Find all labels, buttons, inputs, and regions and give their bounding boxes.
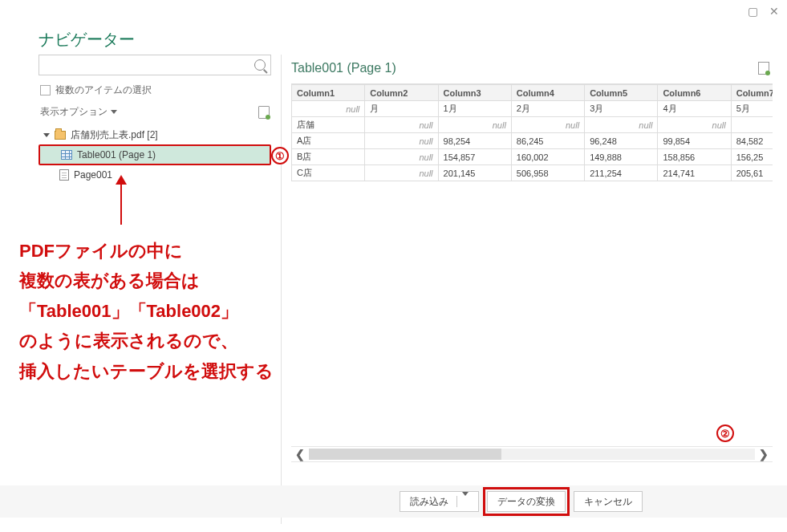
- table-cell: 158,856: [658, 149, 731, 165]
- cancel-button-label: キャンセル: [584, 495, 632, 509]
- load-button-label: 読み込み: [410, 495, 448, 509]
- close-icon[interactable]: ✕: [769, 5, 779, 18]
- table-cell: 149,888: [585, 149, 658, 165]
- table-cell: 店舗: [292, 117, 365, 133]
- transform-button-label: データの変換: [497, 495, 555, 509]
- display-options-label: 表示オプション: [40, 105, 108, 119]
- table-cell: 99,854: [658, 133, 731, 149]
- table-cell: 4月: [658, 101, 731, 117]
- table-cell: A店: [292, 133, 365, 149]
- table-cell: 154,857: [438, 149, 511, 165]
- table-cell: 1月: [438, 101, 511, 117]
- table-cell: 2月: [511, 101, 584, 117]
- table-cell: 211,254: [585, 165, 658, 181]
- tree-node-page001[interactable]: Page001: [39, 165, 271, 185]
- table-cell: 96,248: [585, 133, 658, 149]
- column-header[interactable]: Column1: [292, 85, 365, 101]
- table-cell: null: [365, 149, 438, 165]
- preview-options-icon[interactable]: [758, 62, 769, 75]
- table-icon: [61, 150, 72, 160]
- table-row[interactable]: C店null201,145506,958211,254214,741205,61: [292, 165, 773, 181]
- column-header[interactable]: Column3: [438, 85, 511, 101]
- preview-table: Column1Column2Column3Column4Column5Colum…: [291, 84, 773, 181]
- tree-node-pdf[interactable]: 店舗別売上表.pdf [2]: [39, 125, 271, 144]
- table-cell: null: [658, 117, 731, 133]
- search-input-wrap[interactable]: [39, 55, 271, 75]
- table-cell: 3月: [585, 101, 658, 117]
- scroll-left-icon[interactable]: ❮: [291, 448, 309, 461]
- column-header[interactable]: Column6: [658, 85, 731, 101]
- table-cell: null: [365, 117, 438, 133]
- scroll-right-icon[interactable]: ❯: [755, 448, 773, 461]
- table-cell: null: [365, 165, 438, 181]
- table-cell: null: [731, 117, 773, 133]
- table-cell: 86,245: [511, 133, 584, 149]
- table-cell: 156,25: [731, 149, 773, 165]
- table-cell: 月: [365, 101, 438, 117]
- column-header[interactable]: Column4: [511, 85, 584, 101]
- table-cell: 506,958: [511, 165, 584, 181]
- table-row[interactable]: 店舗nullnullnullnullnullnull: [292, 117, 773, 133]
- table-cell: 160,002: [511, 149, 584, 165]
- scroll-thumb[interactable]: [309, 449, 501, 460]
- column-header[interactable]: Column5: [585, 85, 658, 101]
- cancel-button[interactable]: キャンセル: [574, 491, 643, 512]
- table-cell: null: [511, 117, 584, 133]
- tree-node-label: Page001: [74, 169, 112, 181]
- annotation-text: PDFファイルの中に 複数の表がある場合は 「Table001」「Table00…: [19, 236, 274, 386]
- table-row[interactable]: B店null154,857160,002149,888158,856156,25: [292, 149, 773, 165]
- table-cell: 98,254: [438, 133, 511, 149]
- transform-data-button[interactable]: データの変換: [487, 491, 566, 512]
- scroll-track[interactable]: [309, 449, 755, 460]
- tree-node-table001[interactable]: Table001 (Page 1) ①: [39, 144, 271, 165]
- dialog-footer: 読み込み データの変換 キャンセル: [0, 485, 787, 518]
- multi-select-checkbox-row[interactable]: 複数のアイテムの選択: [39, 80, 271, 100]
- maximize-icon[interactable]: ▢: [748, 5, 758, 18]
- annotation-arrow: [120, 177, 122, 225]
- folder-icon: [55, 131, 66, 140]
- chevron-down-icon: [43, 133, 50, 137]
- multi-select-label: 複数のアイテムの選択: [55, 83, 152, 97]
- table-cell: 201,145: [438, 165, 511, 181]
- table-cell: null: [365, 133, 438, 149]
- table-row[interactable]: A店null98,25486,24596,24899,85484,582: [292, 133, 773, 149]
- refresh-preview-icon[interactable]: [258, 106, 270, 119]
- table-cell: null: [292, 101, 365, 117]
- table-cell: 5月: [731, 101, 773, 117]
- table-cell: B店: [292, 149, 365, 165]
- dialog-title: ナビゲーター: [39, 29, 135, 51]
- table-cell: null: [438, 117, 511, 133]
- horizontal-scrollbar[interactable]: ② ❮ ❯: [291, 446, 773, 462]
- load-button-dropdown[interactable]: [456, 496, 469, 507]
- annotation-marker-1: ①: [271, 147, 289, 164]
- column-header[interactable]: Column7: [731, 85, 773, 101]
- tree-node-label: 店舗別売上表.pdf [2]: [71, 128, 158, 142]
- preview-title: Table001 (Page 1): [291, 61, 396, 75]
- chevron-down-icon: [111, 110, 117, 114]
- chevron-down-icon: [462, 492, 469, 507]
- table-cell: 205,61: [731, 165, 773, 181]
- page-icon: [59, 169, 69, 181]
- preview-pane: Table001 (Page 1) Column1Column2Column3C…: [281, 55, 773, 524]
- search-icon: [254, 59, 266, 71]
- checkbox-icon[interactable]: [40, 85, 51, 95]
- table-cell: C店: [292, 165, 365, 181]
- load-button[interactable]: 読み込み: [400, 491, 479, 512]
- tree-node-label: Table001 (Page 1): [77, 149, 156, 160]
- column-header[interactable]: Column2: [365, 85, 438, 101]
- table-row[interactable]: null月1月2月3月4月5月: [292, 101, 773, 117]
- annotation-marker-2: ②: [716, 424, 734, 442]
- source-tree: 店舗別売上表.pdf [2] Table001 (Page 1) ① Page0…: [39, 125, 271, 185]
- table-cell: 214,741: [658, 165, 731, 181]
- display-options[interactable]: 表示オプション: [39, 100, 271, 122]
- table-cell: 84,582: [731, 133, 773, 149]
- search-input[interactable]: [44, 59, 254, 71]
- table-cell: null: [585, 117, 658, 133]
